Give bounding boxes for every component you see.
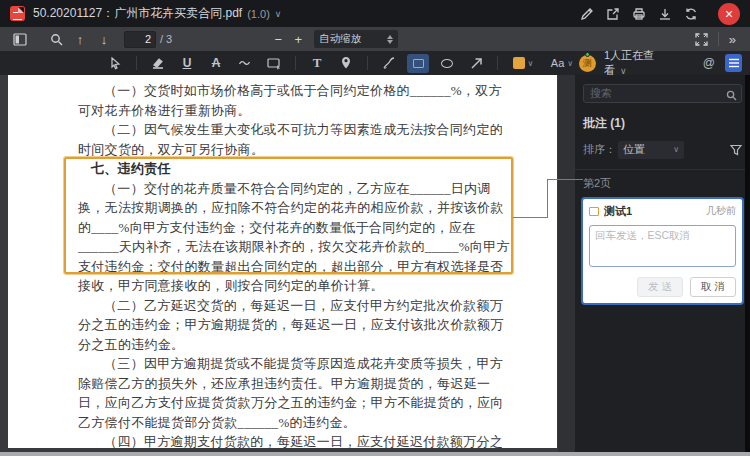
sort-chevron-down-icon: ∨ [673, 145, 679, 154]
search-document-icon[interactable] [44, 29, 68, 49]
contract-paragraph: （三）因甲方逾期提货或不能提货等原因造成花卉变质等损失，甲方除赔偿乙方的损失外，… [78, 354, 511, 432]
fullscreen-icon[interactable] [690, 29, 714, 49]
annotations-panel: 批注 (1) 排序： 位置 ∨ 第2页 测试1 几秒前 [575, 75, 750, 452]
sidebar-toggle-icon[interactable] [8, 29, 32, 49]
font-style-picker[interactable]: Aa ∨ [545, 54, 579, 73]
online-presence-dot [585, 52, 590, 57]
mention-at-icon[interactable]: @ [703, 56, 715, 70]
sync-icon[interactable] [678, 4, 704, 24]
zoom-stepper-icon [387, 35, 393, 44]
title-chevron-down-icon[interactable]: ∨ [275, 9, 282, 19]
previous-page-icon[interactable]: ↑ [68, 29, 92, 49]
main-area: （一）交货时如市场价格高于或低于合同约定价格的______%，双方可对花卉价格进… [0, 75, 750, 452]
send-button[interactable]: 发送 [637, 277, 683, 297]
print-icon[interactable] [626, 4, 652, 24]
color-swatch-orange [513, 57, 525, 69]
contract-paragraph: （一）交货时如市场价格高于或低于合同约定价格的______%，双方可对花卉价格进… [78, 81, 511, 120]
select-annotation-tool[interactable] [104, 54, 126, 73]
title-bar: 50.20201127：广州市花卉买卖合同.pdf (1.0) ∨ × [0, 0, 750, 27]
comment-connector-line [513, 217, 547, 218]
comment-connector-line [547, 179, 548, 218]
sort-value: 位置 [623, 142, 673, 157]
squiggly-underline-tool[interactable] [234, 54, 256, 73]
cancel-button[interactable]: 取消 [690, 277, 736, 297]
comment-card[interactable]: 测试1 几秒前 发送 取消 [581, 197, 744, 305]
viewers-label[interactable]: 1人正在查看∨ [604, 48, 663, 78]
annotation-search-input[interactable] [583, 84, 742, 103]
document-version: (1.0) [247, 8, 270, 20]
underline-tool[interactable]: U [176, 54, 198, 73]
arrow-tool[interactable] [465, 54, 487, 73]
filter-funnel-icon[interactable] [730, 144, 742, 156]
annotation-color-picker[interactable]: ∨ [508, 54, 538, 73]
text-tool[interactable]: T [306, 54, 328, 73]
document-viewer[interactable]: （一）交货时如市场价格高于或低于合同约定价格的______%，双方可对花卉价格进… [0, 75, 558, 452]
pen-draw-tool[interactable] [378, 54, 400, 73]
close-button[interactable]: × [718, 3, 740, 25]
contract-paragraph-annotated: （一）交付的花卉质量不符合合同约定的，乙方应在______日内调换，无法按期调换… [78, 179, 511, 296]
share-icon[interactable] [600, 4, 626, 24]
zoom-out-icon[interactable]: − [268, 32, 288, 47]
next-page-icon[interactable]: ↓ [92, 29, 116, 49]
panel-divider [575, 169, 750, 170]
zoom-mode-select[interactable]: 自动缩放 [314, 30, 398, 48]
comment-connector-line [547, 179, 583, 180]
page-section-label: 第2页 [583, 176, 742, 191]
contract-paragraph: （二）乙方延迟交货的，每延迟一日，应支付甲方约定批次价款额万分之五的违约金；甲方… [78, 296, 511, 355]
rectangle-icon [413, 59, 424, 68]
color-chevron-down-icon: ∨ [528, 59, 534, 68]
comment-reply-input[interactable] [589, 225, 736, 267]
search-icon [726, 87, 737, 105]
pin-comment-tool[interactable] [335, 54, 357, 73]
note-comment-tool[interactable] [263, 54, 285, 73]
comment-author: 测试1 [604, 204, 632, 219]
annotations-heading: 批注 (1) [583, 115, 742, 132]
highlight-tool[interactable] [147, 54, 169, 73]
download-icon[interactable] [652, 4, 678, 24]
more-tools-chevrons-icon[interactable]: » [723, 32, 742, 47]
panel-scrollbar[interactable] [745, 75, 750, 452]
pdf-file-icon [10, 6, 25, 21]
page-total-label: / 3 [160, 33, 172, 45]
edit-pencil-icon[interactable] [574, 4, 600, 24]
strikethrough-tool[interactable]: A [205, 54, 227, 73]
scroll-gutter[interactable] [558, 75, 575, 452]
ellipse-tool[interactable] [436, 54, 458, 73]
zoom-in-icon[interactable]: + [288, 32, 308, 47]
viewer-avatar[interactable]: 测 [579, 55, 596, 72]
pdf-viewer-window: 50.20201127：广州市花卉买卖合同.pdf (1.0) ∨ × ↑ ↓ [0, 0, 750, 456]
document-title: 50.20201127：广州市花卉买卖合同.pdf [33, 5, 242, 22]
contract-paragraph: （二）因气候发生重大变化或不可抗力等因素造成无法按合同约定的时间交货的，双方可另… [78, 120, 511, 159]
comment-timestamp: 几秒前 [706, 204, 736, 218]
pdf-page: （一）交货时如市场价格高于或低于合同约定价格的______%，双方可对花卉价格进… [8, 75, 557, 448]
page-number-input[interactable] [124, 31, 156, 48]
sort-select[interactable]: 位置 ∨ [618, 141, 684, 159]
annotation-toolbar: U A T ∨ [0, 51, 750, 75]
contract-section-heading: 七、违约责任 [78, 159, 511, 179]
rectangle-tool-selected[interactable] [407, 54, 429, 73]
annotation-list-button[interactable] [725, 54, 742, 72]
sort-label: 排序： [583, 142, 616, 157]
font-chevron-down-icon: ∨ [567, 59, 573, 68]
zoom-mode-value: 自动缩放 [319, 32, 387, 46]
contract-paragraph: （四）甲方逾期支付货款的，每延迟一日，应支付延迟付款额万分之五的违约金。 [78, 432, 511, 452]
rectangle-annotation-type-icon [589, 207, 599, 216]
aa-icon: Aa [551, 57, 564, 69]
ellipse-icon [441, 59, 453, 68]
horizontal-scrollbar-track[interactable] [0, 452, 750, 456]
